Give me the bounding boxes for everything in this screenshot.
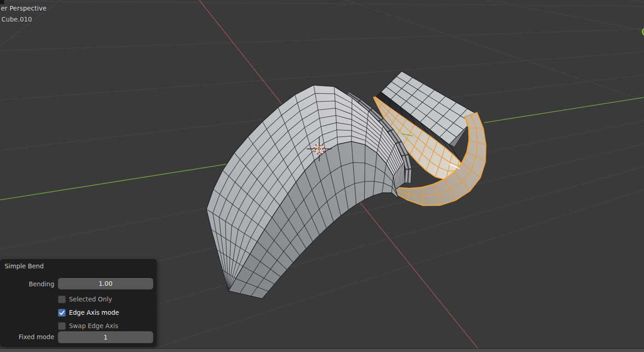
fixed-mode-row: Fixed mode 1 xyxy=(0,331,157,343)
swap-edge-axis-label: Swap Edge Axis xyxy=(69,322,118,329)
selected-only-label: Selected Only xyxy=(69,295,112,303)
operator-panel-title[interactable]: Simple Bend xyxy=(5,262,44,270)
fixed-mode-label: Fixed mode xyxy=(0,331,54,343)
check-icon xyxy=(58,309,65,316)
viewport-corner-chip xyxy=(0,0,4,4)
view-perspective-label: er Perspective xyxy=(1,5,46,12)
bending-row: Bending 1.00 xyxy=(0,278,157,290)
bending-label: Bending xyxy=(0,278,54,290)
selected-only-checkbox-row[interactable]: Selected Only xyxy=(58,293,112,305)
edge-axis-mode-label: Edge Axis mode xyxy=(69,309,119,316)
edge-axis-mode-checkbox-row[interactable]: Edge Axis mode xyxy=(58,307,119,318)
selected-only-checkbox[interactable] xyxy=(58,295,66,303)
blender-3d-viewport[interactable]: er Perspective Cube.010 Simple Bend Bend… xyxy=(0,0,644,352)
swap-edge-axis-checkbox-row[interactable]: Swap Edge Axis xyxy=(58,320,118,332)
active-object-label: Cube.010 xyxy=(1,16,32,23)
fixed-mode-value-field[interactable]: 1 xyxy=(58,331,153,343)
edge-axis-mode-checkbox[interactable] xyxy=(58,309,66,317)
status-bar-edge xyxy=(0,348,644,352)
swap-edge-axis-checkbox[interactable] xyxy=(58,322,66,330)
bending-value-field[interactable]: 1.00 xyxy=(58,278,153,290)
operator-panel-simple-bend[interactable]: Simple Bend Bending 1.00 Selected Only E… xyxy=(0,259,157,347)
